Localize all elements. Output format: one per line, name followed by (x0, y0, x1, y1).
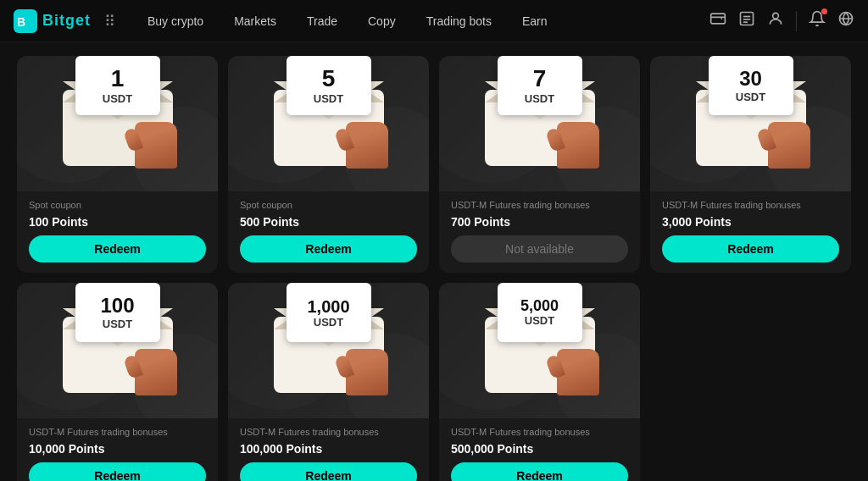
orders-icon[interactable] (738, 10, 755, 31)
card-1-bottom: Spot coupon 100 Points Redeem (17, 191, 218, 273)
card-1-content: 1 USDT (75, 56, 160, 115)
card-4-illustration: 30 USDT (650, 56, 851, 191)
logo[interactable]: B Bitget (14, 9, 91, 33)
card-2-points: 500 Points (240, 215, 417, 229)
card-4-currency: USDT (736, 91, 765, 103)
card-3-content: 7 USDT (498, 56, 582, 115)
card-6-currency: USDT (314, 316, 343, 329)
card-7-illustration: 5,000 USDT (439, 283, 640, 418)
envelope-6-hand (346, 349, 397, 400)
card-2-amount: 5 (322, 66, 336, 92)
svg-rect-2 (711, 14, 726, 24)
card-1-illustration: 1 USDT (17, 56, 218, 191)
card-6-redeem-button[interactable]: Redeem (240, 462, 417, 481)
card-3-usdt: 7 USDT USDT-M Futures trading bonuses 70… (439, 56, 640, 273)
grid-icon[interactable]: ⠿ (104, 12, 115, 30)
card-2-redeem-button[interactable]: Redeem (240, 235, 417, 263)
envelope-7: 5,000 USDT (485, 308, 595, 393)
nav-right-icons (709, 10, 854, 31)
card-5-label: USDT-M Futures trading bonuses (29, 427, 206, 437)
card-7-amount: 5,000 (520, 298, 559, 315)
nav-divider (796, 11, 797, 31)
nav-copy[interactable]: Copy (353, 0, 411, 42)
envelope-4-hand (768, 122, 819, 173)
card-5-points: 10,000 Points (29, 442, 206, 456)
card-2-illustration: 5 USDT (228, 56, 429, 191)
card-3-currency: USDT (525, 92, 554, 105)
notification-dot (821, 8, 827, 14)
cards-row-1: 1 USDT Spot coupon 100 Points Rede (17, 56, 851, 273)
card-7-content: 5,000 USDT (498, 283, 582, 342)
nav-markets[interactable]: Markets (219, 0, 292, 42)
card-5-redeem-button[interactable]: Redeem (29, 462, 206, 481)
nav-earn[interactable]: Earn (507, 0, 563, 42)
main-content: 1 USDT Spot coupon 100 Points Rede (0, 42, 868, 481)
card-6-bottom: USDT-M Futures trading bonuses 100,000 P… (228, 418, 429, 481)
svg-point-7 (773, 13, 779, 19)
cards-row-2: 100 USDT USDT-M Futures trading bonuses … (17, 283, 640, 481)
card-4-points: 3,000 Points (662, 215, 839, 229)
card-7-redeem-button[interactable]: Redeem (451, 462, 628, 481)
envelope-3-hand (557, 122, 608, 173)
logo-text: Bitget (42, 12, 91, 30)
card-6-usdt: 1,000 USDT USDT-M Futures trading bonuse… (228, 283, 429, 481)
card-1-redeem-button[interactable]: Redeem (29, 235, 206, 263)
card-4-amount: 30 (739, 68, 762, 90)
card-4-usdt: 30 USDT USDT-M Futures trading bonuses 3… (650, 56, 851, 273)
card-2-bottom: Spot coupon 500 Points Redeem (228, 191, 429, 273)
hand-shape-7 (557, 349, 599, 395)
envelope-5: 100 USDT (63, 308, 173, 393)
card-2-label: Spot coupon (240, 200, 417, 210)
card-5-content: 100 USDT (75, 283, 160, 342)
card-2-usdt: 5 USDT Spot coupon 500 Points Rede (228, 56, 429, 273)
card-5-amount: 100 (100, 295, 134, 317)
envelope-3: 7 USDT (485, 81, 595, 166)
account-icon[interactable] (767, 10, 784, 31)
hand-shape-6 (346, 349, 388, 395)
notification-icon[interactable] (809, 10, 826, 31)
card-5-illustration: 100 USDT (17, 283, 218, 418)
nav-links: Buy crypto Markets Trade Copy Trading bo… (132, 0, 709, 42)
hand-shape-2 (346, 122, 388, 169)
card-7-usdt: 5,000 USDT USDT-M Futures trading bonuse… (439, 283, 640, 481)
card-1-amount: 1 (111, 66, 125, 92)
card-2-content: 5 USDT (287, 56, 371, 115)
card-3-label: USDT-M Futures trading bonuses (451, 200, 628, 210)
card-1-points: 100 Points (29, 215, 206, 229)
card-3-points: 700 Points (451, 215, 628, 229)
envelope-4: 30 USDT (696, 81, 806, 166)
card-1-currency: USDT (103, 92, 132, 105)
card-3-illustration: 7 USDT (439, 56, 640, 191)
card-6-points: 100,000 Points (240, 442, 417, 456)
envelope-7-hand (557, 349, 608, 400)
card-1-usdt: 1 USDT Spot coupon 100 Points Rede (17, 56, 218, 273)
card-7-bottom: USDT-M Futures trading bonuses 500,000 P… (439, 418, 640, 481)
card-1-label: Spot coupon (29, 200, 206, 210)
envelope-6: 1,000 USDT (274, 308, 384, 393)
card-7-points: 500,000 Points (451, 442, 628, 456)
navbar: B Bitget ⠿ Buy crypto Markets Trade Copy… (0, 0, 868, 42)
envelope-1-hand (135, 122, 186, 173)
card-3-unavailable-button: Not available (451, 235, 628, 263)
envelope-5-hand (135, 349, 186, 400)
card-6-content: 1,000 USDT (287, 283, 371, 342)
card-6-amount: 1,000 (307, 297, 349, 316)
globe-icon[interactable] (837, 10, 854, 31)
card-4-redeem-button[interactable]: Redeem (662, 235, 839, 263)
card-7-label: USDT-M Futures trading bonuses (451, 427, 628, 437)
nav-buy-crypto[interactable]: Buy crypto (132, 0, 219, 42)
card-4-bottom: USDT-M Futures trading bonuses 3,000 Poi… (650, 191, 851, 273)
card-3-amount: 7 (533, 66, 547, 92)
hand-shape-3 (557, 122, 599, 169)
envelope-2-hand (346, 122, 397, 173)
envelope-2: 5 USDT (274, 81, 384, 166)
nav-trading-bots[interactable]: Trading bots (411, 0, 507, 42)
card-3-bottom: USDT-M Futures trading bonuses 700 Point… (439, 191, 640, 273)
card-6-illustration: 1,000 USDT (228, 283, 429, 418)
card-4-label: USDT-M Futures trading bonuses (662, 200, 839, 210)
hand-shape-1 (135, 122, 177, 169)
wallet-icon[interactable] (709, 10, 726, 31)
nav-trade[interactable]: Trade (292, 0, 353, 42)
hand-shape-4 (768, 122, 810, 169)
card-6-label: USDT-M Futures trading bonuses (240, 427, 417, 437)
